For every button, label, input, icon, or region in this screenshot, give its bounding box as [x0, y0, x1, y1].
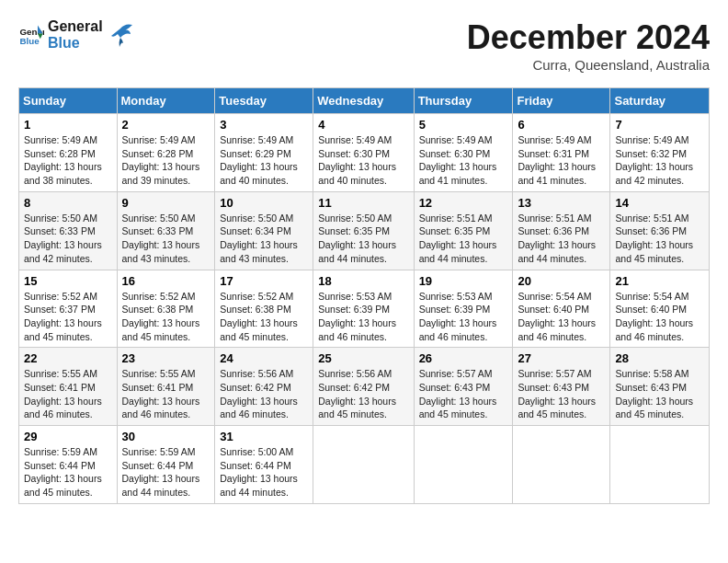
- calendar-week-row: 22 Sunrise: 5:55 AM Sunset: 6:41 PM Dayl…: [19, 348, 710, 426]
- calendar-cell: 27 Sunrise: 5:57 AM Sunset: 6:43 PM Dayl…: [513, 348, 610, 426]
- calendar-cell: 17 Sunrise: 5:52 AM Sunset: 6:38 PM Dayl…: [215, 270, 313, 348]
- calendar-cell: 21 Sunrise: 5:54 AM Sunset: 6:40 PM Dayl…: [610, 270, 710, 348]
- day-number: 9: [122, 196, 210, 210]
- calendar-cell: 7 Sunrise: 5:49 AM Sunset: 6:32 PM Dayli…: [610, 114, 710, 192]
- calendar-cell: 31 Sunrise: 5:00 AM Sunset: 6:44 PM Dayl…: [215, 426, 313, 504]
- day-number: 20: [518, 274, 605, 288]
- day-info: Sunrise: 5:00 AM Sunset: 6:44 PM Dayligh…: [220, 445, 308, 500]
- weekday-header-tuesday: Tuesday: [215, 88, 313, 114]
- calendar-cell: 19 Sunrise: 5:53 AM Sunset: 6:39 PM Dayl…: [414, 270, 513, 348]
- logo: General Blue General Blue: [18, 18, 134, 51]
- day-info: Sunrise: 5:57 AM Sunset: 6:43 PM Dayligh…: [419, 367, 508, 421]
- calendar-week-row: 8 Sunrise: 5:50 AM Sunset: 6:33 PM Dayli…: [19, 191, 710, 270]
- day-number: 27: [518, 351, 605, 365]
- calendar-cell: 20 Sunrise: 5:54 AM Sunset: 6:40 PM Dayl…: [513, 270, 610, 348]
- svg-text:Blue: Blue: [19, 35, 40, 45]
- calendar-cell: 4 Sunrise: 5:49 AM Sunset: 6:30 PM Dayli…: [313, 114, 414, 192]
- day-info: Sunrise: 5:55 AM Sunset: 6:41 PM Dayligh…: [122, 367, 210, 421]
- day-number: 7: [615, 118, 704, 132]
- day-number: 15: [24, 274, 112, 288]
- month-title: December 2024: [467, 18, 710, 57]
- day-info: Sunrise: 5:59 AM Sunset: 6:44 PM Dayligh…: [24, 445, 112, 500]
- calendar-cell: 24 Sunrise: 5:56 AM Sunset: 6:42 PM Dayl…: [215, 348, 313, 426]
- day-number: 17: [220, 274, 308, 288]
- day-info: Sunrise: 5:49 AM Sunset: 6:30 PM Dayligh…: [318, 133, 408, 188]
- day-number: 14: [615, 196, 704, 210]
- day-info: Sunrise: 5:52 AM Sunset: 6:38 PM Dayligh…: [220, 290, 308, 344]
- day-number: 24: [220, 351, 308, 365]
- calendar-cell: 5 Sunrise: 5:49 AM Sunset: 6:30 PM Dayli…: [414, 114, 513, 192]
- weekday-header-wednesday: Wednesday: [313, 88, 414, 114]
- day-info: Sunrise: 5:52 AM Sunset: 6:38 PM Dayligh…: [122, 290, 210, 344]
- calendar-cell: 9 Sunrise: 5:50 AM Sunset: 6:33 PM Dayli…: [117, 191, 215, 270]
- day-info: Sunrise: 5:50 AM Sunset: 6:33 PM Dayligh…: [24, 212, 112, 266]
- day-info: Sunrise: 5:53 AM Sunset: 6:39 PM Dayligh…: [318, 290, 408, 344]
- calendar-header-row: SundayMondayTuesdayWednesdayThursdayFrid…: [19, 88, 710, 114]
- day-number: 18: [318, 274, 408, 288]
- day-info: Sunrise: 5:50 AM Sunset: 6:34 PM Dayligh…: [220, 212, 308, 266]
- calendar-cell: 16 Sunrise: 5:52 AM Sunset: 6:38 PM Dayl…: [117, 270, 215, 348]
- day-info: Sunrise: 5:49 AM Sunset: 6:29 PM Dayligh…: [220, 133, 308, 188]
- day-info: Sunrise: 5:57 AM Sunset: 6:43 PM Dayligh…: [518, 367, 605, 421]
- calendar-cell: 25 Sunrise: 5:56 AM Sunset: 6:42 PM Dayl…: [313, 348, 414, 426]
- calendar-cell: 2 Sunrise: 5:49 AM Sunset: 6:28 PM Dayli…: [117, 114, 215, 192]
- calendar-week-row: 15 Sunrise: 5:52 AM Sunset: 6:37 PM Dayl…: [19, 270, 710, 348]
- calendar-cell: 10 Sunrise: 5:50 AM Sunset: 6:34 PM Dayl…: [215, 191, 313, 270]
- day-info: Sunrise: 5:49 AM Sunset: 6:31 PM Dayligh…: [518, 133, 605, 188]
- day-info: Sunrise: 5:58 AM Sunset: 6:43 PM Dayligh…: [615, 367, 704, 421]
- calendar-cell: [513, 426, 610, 504]
- day-number: 2: [122, 118, 210, 132]
- logo-general: General: [48, 18, 103, 35]
- weekday-header-saturday: Saturday: [610, 88, 710, 114]
- day-number: 13: [518, 196, 605, 210]
- day-number: 10: [220, 196, 308, 210]
- logo-icon: General Blue: [18, 22, 44, 48]
- day-number: 11: [318, 196, 408, 210]
- title-block: December 2024 Curra, Queensland, Austral…: [467, 18, 710, 73]
- day-info: Sunrise: 5:52 AM Sunset: 6:37 PM Dayligh…: [24, 290, 112, 344]
- calendar-cell: 26 Sunrise: 5:57 AM Sunset: 6:43 PM Dayl…: [414, 348, 513, 426]
- calendar-cell: [313, 426, 414, 504]
- weekday-header-friday: Friday: [513, 88, 610, 114]
- day-info: Sunrise: 5:49 AM Sunset: 6:28 PM Dayligh…: [24, 133, 112, 188]
- day-info: Sunrise: 5:53 AM Sunset: 6:39 PM Dayligh…: [419, 290, 508, 344]
- calendar-cell: 11 Sunrise: 5:50 AM Sunset: 6:35 PM Dayl…: [313, 191, 414, 270]
- day-number: 31: [220, 430, 308, 443]
- day-info: Sunrise: 5:50 AM Sunset: 6:33 PM Dayligh…: [122, 212, 210, 266]
- day-number: 1: [24, 118, 112, 132]
- day-info: Sunrise: 5:49 AM Sunset: 6:32 PM Dayligh…: [615, 133, 704, 188]
- calendar-cell: 8 Sunrise: 5:50 AM Sunset: 6:33 PM Dayli…: [19, 191, 118, 270]
- day-number: 21: [615, 274, 704, 288]
- day-info: Sunrise: 5:51 AM Sunset: 6:36 PM Dayligh…: [518, 212, 605, 266]
- calendar-cell: 14 Sunrise: 5:51 AM Sunset: 6:36 PM Dayl…: [610, 191, 710, 270]
- calendar-cell: 29 Sunrise: 5:59 AM Sunset: 6:44 PM Dayl…: [19, 426, 118, 504]
- calendar-week-row: 29 Sunrise: 5:59 AM Sunset: 6:44 PM Dayl…: [19, 426, 710, 504]
- day-info: Sunrise: 5:49 AM Sunset: 6:30 PM Dayligh…: [419, 133, 508, 188]
- page-header: General Blue General Blue December 2024 …: [18, 18, 710, 73]
- day-number: 12: [419, 196, 508, 210]
- day-info: Sunrise: 5:50 AM Sunset: 6:35 PM Dayligh…: [318, 212, 408, 266]
- day-number: 19: [419, 274, 508, 288]
- day-number: 30: [122, 430, 210, 443]
- day-info: Sunrise: 5:55 AM Sunset: 6:41 PM Dayligh…: [24, 367, 112, 421]
- calendar-cell: 22 Sunrise: 5:55 AM Sunset: 6:41 PM Dayl…: [19, 348, 118, 426]
- calendar-cell: [414, 426, 513, 504]
- day-number: 29: [24, 430, 112, 443]
- day-number: 6: [518, 118, 605, 132]
- calendar-cell: 30 Sunrise: 5:59 AM Sunset: 6:44 PM Dayl…: [117, 426, 215, 504]
- calendar-cell: 15 Sunrise: 5:52 AM Sunset: 6:37 PM Dayl…: [19, 270, 118, 348]
- calendar-cell: 23 Sunrise: 5:55 AM Sunset: 6:41 PM Dayl…: [117, 348, 215, 426]
- weekday-header-monday: Monday: [117, 88, 215, 114]
- day-number: 16: [122, 274, 210, 288]
- logo-bird-icon: [107, 21, 134, 49]
- day-info: Sunrise: 5:54 AM Sunset: 6:40 PM Dayligh…: [518, 290, 605, 344]
- day-info: Sunrise: 5:54 AM Sunset: 6:40 PM Dayligh…: [615, 290, 704, 344]
- day-number: 22: [24, 351, 112, 365]
- weekday-header-thursday: Thursday: [414, 88, 513, 114]
- day-number: 4: [318, 118, 408, 132]
- day-info: Sunrise: 5:51 AM Sunset: 6:36 PM Dayligh…: [615, 212, 704, 266]
- calendar-week-row: 1 Sunrise: 5:49 AM Sunset: 6:28 PM Dayli…: [19, 114, 710, 192]
- day-number: 3: [220, 118, 308, 132]
- day-number: 25: [318, 351, 408, 365]
- logo-blue: Blue: [48, 35, 103, 52]
